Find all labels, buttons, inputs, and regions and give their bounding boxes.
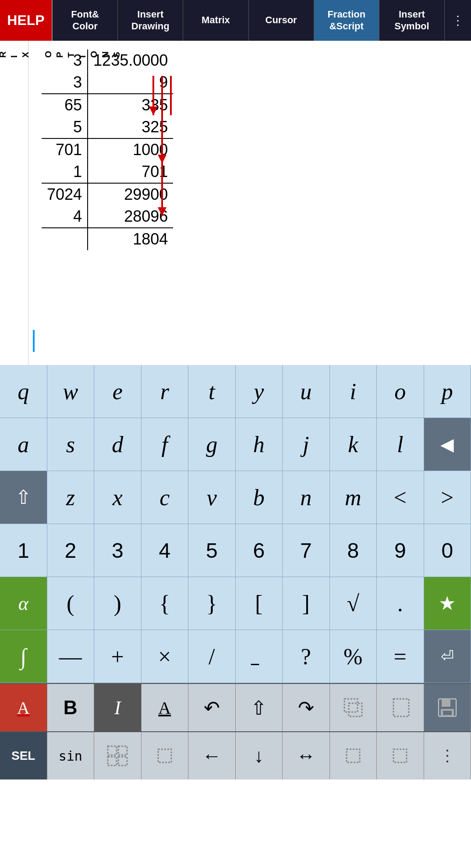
key-f[interactable]: f [142,418,189,471]
help-button[interactable]: HELP [0,0,53,41]
key-divide[interactable]: / [188,630,236,683]
tb-copy2[interactable] [377,684,424,731]
key-s[interactable]: s [47,418,95,471]
key-m[interactable]: m [330,471,377,524]
key-open-brace[interactable]: { [142,577,189,630]
key-g[interactable]: g [188,418,236,471]
tb-up[interactable]: ⇧ [236,684,283,731]
tb-copy1[interactable] [330,684,377,731]
key-3[interactable]: 3 [94,524,142,577]
nav-insert-symbol[interactable]: InsertSymbol [379,0,445,41]
key-y[interactable]: y [236,365,283,418]
key-close-bracket[interactable]: ] [283,577,330,630]
tb-bold[interactable]: B [47,684,95,731]
key-k[interactable]: k [330,418,377,471]
tb-arrow-right[interactable]: ↔ [283,732,330,779]
key-less-than[interactable]: < [377,471,424,524]
key-i[interactable]: i [330,365,377,418]
key-e[interactable]: e [94,365,142,418]
nav-matrix[interactable]: Matrix [183,0,248,41]
content-area: 3 1235.0000 3 9 65 335 5 325 701 1000 [28,41,471,365]
key-integral[interactable]: ∫ [0,630,47,683]
tb-arrow-down[interactable]: ↓ [236,732,283,779]
tb-save[interactable] [424,684,471,731]
tb-matrix-icon[interactable] [94,732,142,779]
key-close-paren[interactable]: ) [94,577,142,630]
tb-more[interactable]: ⋮ [424,732,471,779]
key-enter[interactable]: ⏎ [424,630,471,683]
key-open-paren[interactable]: ( [47,577,95,630]
nav-insert-drawing[interactable]: InsertDrawing [118,0,183,41]
key-r[interactable]: r [142,365,189,418]
key-percent[interactable]: % [330,630,377,683]
key-8[interactable]: 8 [330,524,377,577]
key-period[interactable]: . [377,577,424,630]
svg-rect-10 [393,699,409,716]
keyboard-row-5: α ( ) { } [ ] √ . ★ [0,577,471,630]
key-sqrt[interactable]: √ [330,577,377,630]
key-a[interactable]: a [0,418,47,471]
more-icon: ⋮ [452,13,464,28]
key-6[interactable]: 6 [236,524,283,577]
cell: 29900 [88,183,173,205]
tb-font-color[interactable]: A [0,684,47,731]
cell: 335 [88,94,173,116]
key-4[interactable]: 4 [142,524,189,577]
key-alpha[interactable]: α [0,577,47,630]
nav-font-color[interactable]: Font&Color [53,0,118,41]
key-b[interactable]: b [236,471,283,524]
key-star[interactable]: ★ [424,577,471,630]
key-q[interactable]: q [0,365,47,418]
nav-fraction-script[interactable]: Fraction&Script [314,0,379,41]
key-z[interactable]: z [47,471,95,524]
key-n[interactable]: n [283,471,330,524]
key-greater-than[interactable]: > [424,471,471,524]
tb-sin[interactable]: sin [47,732,95,779]
key-0[interactable]: 0 [424,524,471,577]
key-l[interactable]: l [377,418,424,471]
key-underscore[interactable]: ̲ [236,630,283,683]
tb-box3[interactable] [330,732,377,779]
key-x[interactable]: x [94,471,142,524]
tb-select[interactable]: SEL [0,732,47,779]
shift-key[interactable]: ⇧ [0,471,47,524]
key-equals[interactable]: = [377,630,424,683]
tb-box4[interactable] [377,732,424,779]
svg-rect-12 [442,699,450,707]
key-v[interactable]: v [188,471,236,524]
key-question[interactable]: ? [283,630,330,683]
nav-cursor[interactable]: Cursor [249,0,314,41]
key-close-brace[interactable]: } [188,577,236,630]
tb-single-box[interactable] [142,732,189,779]
key-times[interactable]: × [142,630,189,683]
table-row: 1 701 [42,161,173,183]
key-5[interactable]: 5 [188,524,236,577]
tb-italic[interactable]: I [94,684,142,731]
table-row: 5 325 [42,116,173,138]
tb-undo[interactable]: ↶ [188,684,236,731]
key-d[interactable]: d [94,418,142,471]
more-options-button[interactable]: ⋮ [445,0,471,41]
key-9[interactable]: 9 [377,524,424,577]
key-o[interactable]: o [377,365,424,418]
key-open-bracket[interactable]: [ [236,577,283,630]
copy-icon [342,697,364,719]
key-7[interactable]: 7 [283,524,330,577]
key-w[interactable]: w [47,365,95,418]
key-plus[interactable]: + [94,630,142,683]
key-u[interactable]: u [283,365,330,418]
tb-arrow-left[interactable]: ← [188,732,236,779]
key-h[interactable]: h [236,418,283,471]
toolbar-row-1: A B I A ↶ ⇧ ↷ [0,683,471,731]
key-j[interactable]: j [283,418,330,471]
key-minus[interactable]: — [47,630,95,683]
backspace-key[interactable]: ◀ [424,418,471,471]
table-row: 4 28096 [42,205,173,228]
key-p[interactable]: p [424,365,471,418]
key-t[interactable]: t [188,365,236,418]
key-1[interactable]: 1 [0,524,47,577]
tb-underline[interactable]: A [142,684,189,731]
key-2[interactable]: 2 [47,524,95,577]
key-c[interactable]: c [142,471,189,524]
tb-redo[interactable]: ↷ [283,684,330,731]
